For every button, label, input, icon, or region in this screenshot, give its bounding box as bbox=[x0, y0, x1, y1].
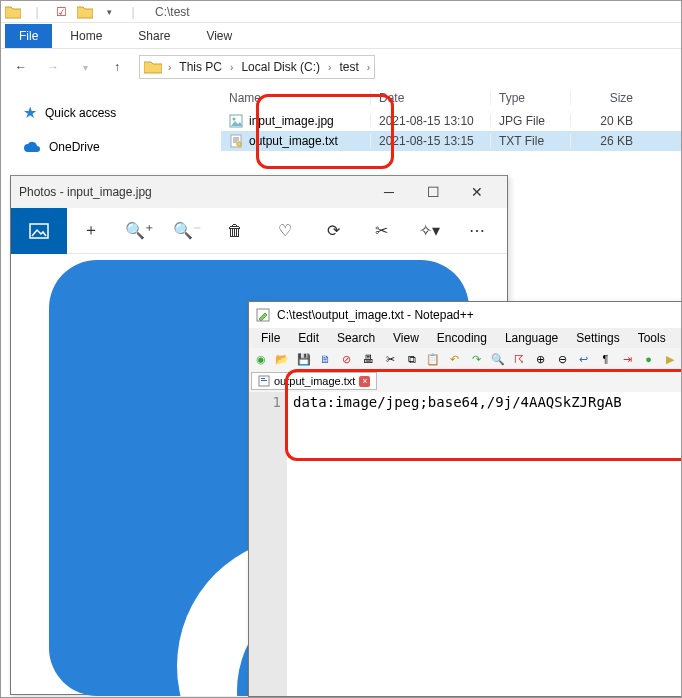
record-icon[interactable]: ● bbox=[639, 350, 659, 368]
explorer-qat: | ☑ ▾ | C:\test bbox=[1, 1, 681, 23]
forward-button[interactable]: → bbox=[39, 53, 67, 81]
cloud-icon bbox=[23, 141, 41, 153]
rotate-button[interactable]: ⟳ bbox=[309, 208, 357, 254]
line-number: 1 bbox=[249, 392, 287, 696]
file-date: 2021-08-15 13:10 bbox=[371, 114, 491, 128]
zoom-out-button[interactable]: 🔍⁻ bbox=[163, 208, 211, 254]
menu-file[interactable]: File bbox=[253, 329, 288, 347]
checkbox-icon[interactable]: ☑ bbox=[53, 4, 69, 20]
col-name[interactable]: Name˄ bbox=[221, 91, 371, 105]
maximize-button[interactable]: ☐ bbox=[411, 176, 455, 208]
chevron-right-icon[interactable]: › bbox=[328, 62, 331, 73]
zoom-in-icon[interactable]: ⊕ bbox=[531, 350, 551, 368]
print-icon[interactable]: 🖶 bbox=[359, 350, 379, 368]
folder-icon bbox=[5, 4, 21, 20]
npp-titlebar[interactable]: C:\test\output_image.txt - Notepad++ bbox=[249, 302, 682, 328]
nav-pane: ★ Quick access OneDrive bbox=[1, 85, 221, 185]
image-file-icon bbox=[229, 114, 243, 128]
dropdown-icon[interactable]: ▾ bbox=[101, 4, 117, 20]
file-name: input_image.jpg bbox=[249, 114, 334, 128]
file-type: JPG File bbox=[491, 114, 571, 128]
file-row[interactable]: output_image.txt 2021-08-15 13:15 TXT Fi… bbox=[221, 131, 681, 151]
qat-divider2: | bbox=[125, 4, 141, 20]
notepadpp-window: C:\test\output_image.txt - Notepad++ Fil… bbox=[248, 301, 682, 697]
col-size[interactable]: Size bbox=[571, 91, 641, 105]
quick-access[interactable]: ★ Quick access bbox=[23, 99, 211, 126]
menu-settings[interactable]: Settings bbox=[568, 329, 627, 347]
window-title: C:\test bbox=[155, 5, 190, 19]
minimize-button[interactable]: ─ bbox=[367, 176, 411, 208]
onedrive-label: OneDrive bbox=[49, 140, 100, 154]
view-tab[interactable]: View bbox=[188, 24, 250, 48]
wordwrap-icon[interactable]: ↩ bbox=[574, 350, 594, 368]
menu-encoding[interactable]: Encoding bbox=[429, 329, 495, 347]
save-icon[interactable]: 💾 bbox=[294, 350, 314, 368]
folder2-icon[interactable] bbox=[77, 4, 93, 20]
quick-access-label: Quick access bbox=[45, 106, 116, 120]
history-dropdown[interactable]: ▾ bbox=[71, 53, 99, 81]
crop-button[interactable]: ✂ bbox=[357, 208, 405, 254]
editor-line[interactable]: data:image/jpeg;base64,/9j/4AAQSkZJRgAB bbox=[287, 392, 682, 696]
showchars-icon[interactable]: ¶ bbox=[596, 350, 616, 368]
saveall-icon[interactable]: 🗎 bbox=[316, 350, 336, 368]
address-bar[interactable]: › This PC › Local Disk (C:) › test › bbox=[139, 55, 375, 79]
zoom-out-icon[interactable]: ⊖ bbox=[553, 350, 573, 368]
indent-icon[interactable]: ⇥ bbox=[617, 350, 637, 368]
play-icon[interactable]: ▶ bbox=[660, 350, 680, 368]
up-button[interactable]: ↑ bbox=[103, 53, 131, 81]
menu-search[interactable]: Search bbox=[329, 329, 383, 347]
cut-icon[interactable]: ✂ bbox=[380, 350, 400, 368]
npp-toolbar: ◉ 📂 💾 🗎 ⊘ 🖶 ✂ ⧉ 📋 ↶ ↷ 🔍 ☈ ⊕ ⊖ ↩ ¶ ⇥ ● ▶ bbox=[249, 348, 682, 370]
open-icon[interactable]: 📂 bbox=[273, 350, 293, 368]
share-tab[interactable]: Share bbox=[120, 24, 188, 48]
menu-view[interactable]: View bbox=[385, 329, 427, 347]
undo-icon[interactable]: ↶ bbox=[445, 350, 465, 368]
svg-rect-7 bbox=[261, 378, 265, 379]
menu-tools[interactable]: Tools bbox=[630, 329, 674, 347]
crumb-folder[interactable]: test bbox=[335, 60, 362, 74]
favorite-button[interactable]: ♡ bbox=[261, 208, 309, 254]
find-icon[interactable]: 🔍 bbox=[488, 350, 508, 368]
file-row[interactable]: input_image.jpg 2021-08-15 13:10 JPG Fil… bbox=[221, 111, 681, 131]
edit-button[interactable]: ✧▾ bbox=[405, 208, 453, 254]
chevron-right-icon[interactable]: › bbox=[168, 62, 171, 73]
zoom-in-button[interactable]: 🔍⁺ bbox=[115, 208, 163, 254]
file-size: 26 KB bbox=[571, 134, 641, 148]
onedrive[interactable]: OneDrive bbox=[23, 136, 211, 158]
file-name: output_image.txt bbox=[249, 134, 338, 148]
star-icon: ★ bbox=[23, 103, 37, 122]
col-type[interactable]: Type bbox=[491, 91, 571, 105]
chevron-right-icon[interactable]: › bbox=[367, 62, 370, 73]
more-button[interactable]: ⋯ bbox=[453, 208, 501, 254]
replace-icon[interactable]: ☈ bbox=[510, 350, 530, 368]
file-type: TXT File bbox=[491, 134, 571, 148]
svg-rect-8 bbox=[261, 380, 267, 381]
tab-file-icon bbox=[258, 375, 270, 387]
add-button[interactable]: ＋ bbox=[67, 208, 115, 254]
paste-icon[interactable]: 📋 bbox=[423, 350, 443, 368]
redo-icon[interactable]: ↷ bbox=[466, 350, 486, 368]
folder-icon bbox=[144, 60, 162, 74]
back-button[interactable]: ← bbox=[7, 53, 35, 81]
tab-close-icon[interactable]: × bbox=[359, 376, 370, 387]
crumb-drive[interactable]: Local Disk (C:) bbox=[237, 60, 324, 74]
col-date[interactable]: Date bbox=[371, 91, 491, 105]
chevron-right-icon[interactable]: › bbox=[230, 62, 233, 73]
npp-editor[interactable]: 1 data:image/jpeg;base64,/9j/4AAQSkZJRgA… bbox=[249, 392, 682, 696]
collection-button[interactable] bbox=[11, 208, 67, 254]
close-button[interactable]: ✕ bbox=[455, 176, 499, 208]
new-icon[interactable]: ◉ bbox=[251, 350, 271, 368]
npp-tab[interactable]: output_image.txt × bbox=[251, 372, 377, 390]
close-icon[interactable]: ⊘ bbox=[337, 350, 357, 368]
photos-titlebar[interactable]: Photos - input_image.jpg ─ ☐ ✕ bbox=[11, 176, 507, 208]
menu-language[interactable]: Language bbox=[497, 329, 566, 347]
menu-edit[interactable]: Edit bbox=[290, 329, 327, 347]
home-tab[interactable]: Home bbox=[52, 24, 120, 48]
copy-icon[interactable]: ⧉ bbox=[402, 350, 422, 368]
file-tab[interactable]: File bbox=[5, 24, 52, 48]
menu-macro[interactable]: Macro bbox=[676, 329, 682, 347]
crumb-this-pc[interactable]: This PC bbox=[175, 60, 226, 74]
ribbon-tabs: File Home Share View bbox=[1, 23, 681, 49]
svg-point-3 bbox=[237, 142, 241, 146]
delete-button[interactable]: 🗑 bbox=[211, 208, 259, 254]
